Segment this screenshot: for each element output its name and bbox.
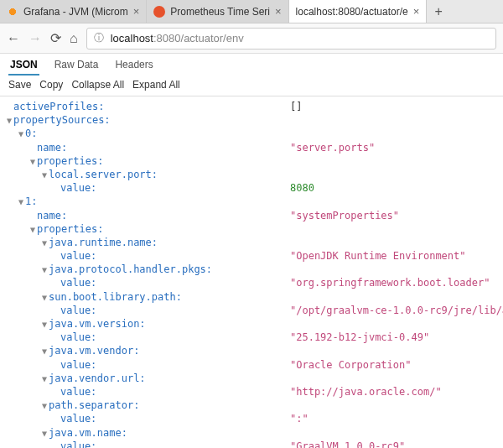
json-value: "/opt/graalvm-ce-1.0.0-rc9/jre/lib/amd64… [290,304,503,317]
url-text: localhost:8080/actuator/env [111,32,244,44]
browser-tab[interactable]: localhost:8080/actuator/e × [289,0,428,23]
json-row[interactable]: ▼java.vm.name: [5,426,503,440]
json-row[interactable]: ▼java.protocol.handler.pkgs: [5,263,503,276]
json-key: value: [60,277,96,289]
json-key: value: [60,386,96,398]
back-button[interactable]: ← [7,31,20,46]
tab-title: Grafana - JVM (Microm [23,6,128,18]
json-key: path.separator: [49,399,139,411]
home-button[interactable]: ⌂ [70,31,78,46]
json-row[interactable]: ▼java.vm.version: [5,317,503,331]
chevron-down-icon[interactable]: ▼ [40,264,49,276]
json-row[interactable]: value:"Oracle Corporation" [5,358,503,372]
tab-headers[interactable]: Headers [113,57,154,76]
json-value: "org.springframework.boot.loader" [290,276,490,289]
json-key: java.protocol.handler.pkgs: [49,263,212,275]
json-value: "GraalVM 1.0.0-rc9" [290,440,405,448]
chevron-down-icon[interactable]: ▼ [40,169,49,181]
json-row[interactable]: ▼local.server.port: [5,168,503,181]
forward-button[interactable]: → [29,31,42,46]
chevron-down-icon[interactable]: ▼ [40,237,49,249]
json-key: 0: [25,128,37,139]
chevron-down-icon[interactable]: ▼ [40,346,49,357]
json-row[interactable]: ▼path.separator: [5,399,503,412]
chevron-down-icon[interactable]: ▼ [40,292,49,304]
chevron-down-icon[interactable]: ▼ [40,428,49,440]
json-value: "25.192-b12-jvmci-0.49" [290,331,429,344]
json-key: properties: [37,223,103,235]
json-key: java.runtime.name: [49,237,158,248]
json-row[interactable]: name:"server.ports" [5,141,503,154]
json-row[interactable]: value:"/opt/graalvm-ce-1.0.0-rc9/jre/lib… [5,304,503,317]
tab-title: localhost:8080/actuator/e [296,6,408,18]
json-row[interactable]: value:":" [5,412,503,425]
prometheus-icon [153,6,165,18]
copy-button[interactable]: Copy [39,79,63,91]
json-row[interactable]: value:"GraalVM 1.0.0-rc9" [5,440,503,448]
json-key: value: [60,331,96,343]
json-row[interactable]: value:8080 [5,181,503,195]
json-key: name: [37,210,67,221]
chevron-down-icon[interactable]: ▼ [5,115,13,127]
json-row[interactable]: ▼properties: [5,222,503,236]
json-key: value: [60,359,96,371]
tab-title: Prometheus Time Seri [170,6,270,18]
json-row[interactable]: ▼0: [5,127,503,140]
json-value: "http://java.oracle.com/" [290,385,442,399]
tab-json[interactable]: JSON [8,57,39,76]
json-value: "server.ports" [290,141,375,154]
json-row[interactable]: value:"25.192-b12-jvmci-0.49" [5,331,503,344]
browser-tab[interactable]: Prometheus Time Seri × [147,0,288,23]
chevron-down-icon[interactable]: ▼ [29,224,37,236]
tab-rawdata[interactable]: Raw Data [53,57,101,76]
chevron-down-icon[interactable]: ▼ [40,319,49,331]
browser-tab[interactable]: Grafana - JVM (Microm × [0,0,147,23]
close-icon[interactable]: × [413,5,420,18]
json-key: java.vendor.url: [49,372,146,384]
view-tabs: JSON Raw Data Headers [0,54,503,76]
chevron-down-icon[interactable]: ▼ [17,196,25,208]
json-value: "systemProperties" [290,209,399,222]
json-row[interactable]: value:"http://java.oracle.com/" [5,385,503,399]
new-tab-button[interactable]: + [427,0,450,23]
json-key: value: [60,440,96,448]
json-value: "Oracle Corporation" [290,358,412,372]
close-icon[interactable]: × [133,5,140,18]
json-row[interactable]: activeProfiles:[] [5,100,503,113]
chevron-down-icon[interactable]: ▼ [40,400,49,412]
nav-toolbar: ← → ⟳ ⌂ ⓘ localhost:8080/actuator/env [0,23,503,54]
json-toolbar: Save Copy Collapse All Expand All [0,76,503,96]
json-key: activeProfiles: [13,101,104,112]
json-key: value: [60,250,96,262]
reload-button[interactable]: ⟳ [50,30,61,46]
collapse-all-button[interactable]: Collapse All [71,79,124,91]
json-value: [] [290,100,302,113]
json-key: java.vm.name: [49,427,127,439]
json-key: java.vm.version: [49,318,146,330]
json-row[interactable]: ▼properties: [5,154,503,168]
json-row[interactable]: ▼sun.boot.library.path: [5,290,503,304]
json-row[interactable]: value:"OpenJDK Runtime Environment" [5,249,503,263]
url-bar[interactable]: ⓘ localhost:8080/actuator/env [86,28,496,49]
json-row[interactable]: name:"systemProperties" [5,209,503,222]
chevron-down-icon[interactable]: ▼ [40,373,49,385]
json-key: value: [60,305,96,316]
json-row[interactable]: ▼java.vm.vendor: [5,344,503,357]
expand-all-button[interactable]: Expand All [132,79,180,91]
close-icon[interactable]: × [275,5,282,18]
json-value: ":" [290,412,309,425]
json-row[interactable]: ▼java.runtime.name: [5,236,503,249]
chevron-down-icon[interactable]: ▼ [29,156,37,168]
json-row[interactable]: ▼java.vendor.url: [5,372,503,385]
chevron-down-icon[interactable]: ▼ [17,128,25,140]
json-value: "OpenJDK Runtime Environment" [290,249,466,263]
json-key: local.server.port: [49,169,158,180]
save-button[interactable]: Save [8,79,31,91]
json-row[interactable]: value:"org.springframework.boot.loader" [5,276,503,289]
json-row[interactable]: ▼1: [5,195,503,208]
info-icon[interactable]: ⓘ [94,31,104,45]
json-key: propertySources: [13,114,111,126]
json-key: java.vm.vendor: [49,345,139,357]
json-row[interactable]: ▼propertySources: [5,113,503,127]
json-tree: activeProfiles:[]▼propertySources:▼0:nam… [0,96,503,448]
